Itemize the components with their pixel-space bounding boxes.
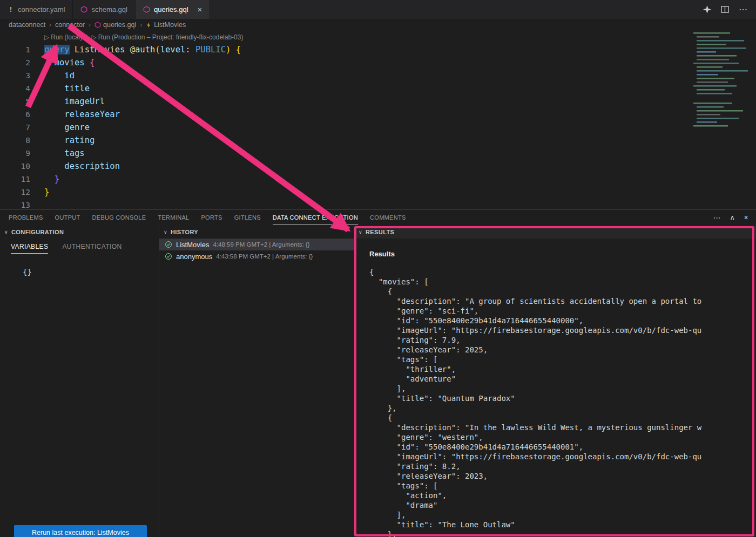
tab-label: connector.yaml: [18, 5, 65, 13]
line-number: 12: [0, 186, 30, 199]
panel-actions: ⋯ ∧ ×: [713, 213, 756, 222]
line-number: 8: [0, 134, 30, 147]
tab-label: queries.gql: [154, 5, 188, 13]
line-number: 9: [0, 147, 30, 160]
run-local-link[interactable]: ▷ Run (local): [44, 33, 82, 41]
history-item-anonymous[interactable]: anonymous 4:43:58 PM GMT+2 | Arguments: …: [159, 250, 354, 262]
section-title: CONFIGURATION: [11, 229, 64, 235]
close-icon[interactable]: ×: [198, 5, 202, 13]
line-number: 1: [0, 43, 30, 56]
tab-queries-gql[interactable]: queries.gql ×: [136, 0, 210, 19]
tab-connector-yaml[interactable]: ! connector.yaml: [0, 0, 73, 19]
more-actions-icon[interactable]: ⋯: [713, 213, 721, 222]
sparkle-copilot-icon[interactable]: [703, 5, 711, 13]
history-item-meta: 4:43:58 PM GMT+2 | Arguments: {}: [216, 253, 313, 260]
breadcrumb-separator: ›: [140, 21, 142, 29]
section-title: HISTORY: [171, 229, 198, 235]
configuration-section-header[interactable]: ∨ CONFIGURATION: [0, 226, 159, 239]
line-number: 5: [0, 95, 30, 108]
run-production-link[interactable]: ▷ Run (Production – Project: friendly-fl…: [91, 33, 243, 41]
line-number: 4: [0, 82, 30, 95]
panel-tab-bar: PROBLEMS OUTPUT DEBUG CONSOLE TERMINAL P…: [0, 210, 756, 225]
history-section-header[interactable]: ∨ HISTORY: [159, 226, 354, 239]
success-check-icon: [165, 253, 172, 260]
breadcrumb-connector[interactable]: connector: [55, 21, 85, 29]
minimap[interactable]: [692, 31, 755, 129]
operation-symbol-icon: [146, 22, 152, 28]
panel-tab-debug-console[interactable]: DEBUG CONSOLE: [92, 210, 146, 225]
breadcrumb-listmovies[interactable]: ListMovies: [146, 21, 186, 29]
results-section-header[interactable]: ∨ RESULTS: [354, 226, 756, 239]
play-icon: ▷: [91, 33, 96, 41]
run-local-label: Run (local): [51, 33, 82, 41]
yaml-file-icon: !: [8, 5, 14, 13]
code-line: 6 releaseYear: [0, 108, 756, 121]
codelens-separator: |: [86, 33, 87, 41]
chevron-down-icon: ∨: [164, 229, 167, 235]
line-number: 10: [0, 160, 30, 173]
code-line: 13: [0, 199, 756, 209]
code-line: 9 tags: [0, 147, 756, 160]
rerun-last-execution-button[interactable]: Rerun last execution: ListMovies: [14, 525, 147, 537]
panel-tab-ports[interactable]: PORTS: [201, 210, 222, 225]
history-item-listmovies[interactable]: ListMovies 4:48:59 PM GMT+2 | Arguments:…: [159, 239, 354, 250]
tab-schema-gql[interactable]: schema.gql: [73, 0, 135, 19]
history-item-name: ListMovies: [176, 241, 209, 249]
line-number: 13: [0, 199, 30, 209]
chevron-down-icon: ∨: [359, 229, 362, 235]
history-section: ∨ HISTORY ListMovies 4:48:59 PM GMT+2 | …: [159, 226, 354, 537]
tab-variables[interactable]: VARIABLES: [11, 243, 48, 254]
line-number: 2: [0, 56, 30, 69]
line-number: 6: [0, 108, 30, 121]
panel-tab-data-connect-execution[interactable]: DATA CONNECT EXECUTION: [273, 210, 358, 225]
code-line: 8 rating: [0, 134, 756, 147]
breadcrumb-queries-gql[interactable]: queries.gql: [94, 21, 136, 29]
chevron-down-icon: ∨: [4, 229, 8, 235]
code-editor[interactable]: ▷ Run (local) | ▷ Run (Production – Proj…: [0, 31, 756, 209]
split-editor-icon[interactable]: [721, 5, 729, 13]
breadcrumb-dataconnect[interactable]: dataconnect: [9, 21, 45, 29]
panel-tab-output[interactable]: OUTPUT: [55, 210, 80, 225]
code-line: 3 id: [0, 69, 756, 82]
results-title: Results: [369, 250, 756, 258]
breadcrumb-separator: ›: [89, 21, 91, 29]
code-line: 11 }: [0, 173, 756, 186]
more-actions-icon[interactable]: ⋯: [739, 4, 747, 15]
codelens-row: ▷ Run (local) | ▷ Run (Production – Proj…: [44, 31, 756, 43]
success-check-icon: [165, 241, 172, 248]
line-number: 11: [0, 173, 30, 186]
code-line: 1 query ListMovies @auth(level: PUBLIC) …: [0, 43, 756, 56]
panel-tab-gitlens[interactable]: GITLENS: [234, 210, 261, 225]
variables-editor[interactable]: {}: [23, 268, 159, 276]
history-item-meta: 4:48:59 PM GMT+2 | Arguments: {}: [213, 241, 309, 248]
editor-actions: ⋯: [703, 0, 756, 19]
maximize-panel-icon[interactable]: ∧: [730, 213, 735, 222]
bottom-panel: PROBLEMS OUTPUT DEBUG CONSOLE TERMINAL P…: [0, 209, 756, 537]
graphql-icon: [80, 6, 87, 13]
panel-tab-terminal[interactable]: TERMINAL: [158, 210, 189, 225]
code-line: 4 title: [0, 82, 756, 95]
tab-label: schema.gql: [91, 5, 127, 13]
run-production-label: Run (Production – Project: friendly-flix…: [98, 33, 244, 41]
code-line: 7 genre: [0, 121, 756, 134]
panel-tab-problems[interactable]: PROBLEMS: [9, 210, 43, 225]
code-line: 10 description: [0, 160, 756, 173]
code-line: 12 }: [0, 186, 756, 199]
breadcrumb: dataconnect › connector › queries.gql › …: [0, 19, 756, 31]
history-item-name: anonymous: [176, 253, 212, 261]
play-icon: ▷: [44, 33, 49, 41]
line-number: 7: [0, 121, 30, 134]
close-panel-icon[interactable]: ×: [744, 213, 748, 222]
breadcrumb-label: queries.gql: [103, 21, 136, 29]
editor-tab-bar: ! connector.yaml schema.gql queries.gql …: [0, 0, 756, 19]
code-line: 5 imageUrl: [0, 95, 756, 108]
results-json-output[interactable]: { "movies": [ { "description": "A group …: [369, 267, 756, 537]
breadcrumb-label: ListMovies: [154, 21, 186, 29]
tab-authentication[interactable]: AUTHENTICATION: [62, 243, 122, 254]
vscode-window: ! connector.yaml schema.gql queries.gql …: [0, 0, 756, 537]
line-number: 3: [0, 69, 30, 82]
panel-tab-comments[interactable]: COMMENTS: [370, 210, 406, 225]
configuration-tabs: VARIABLES AUTHENTICATION: [0, 243, 159, 254]
section-title: RESULTS: [366, 229, 394, 235]
panel-body: ∨ CONFIGURATION VARIABLES AUTHENTICATION…: [0, 226, 756, 537]
